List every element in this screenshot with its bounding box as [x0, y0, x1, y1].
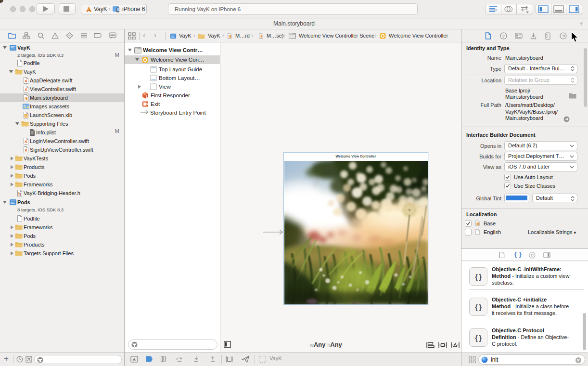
svg-text:☉: ☉ — [143, 92, 145, 95]
svg-text:?: ? — [502, 34, 505, 39]
svg-text:1: 1 — [146, 95, 148, 98]
svg-text:h: h — [18, 191, 21, 196]
